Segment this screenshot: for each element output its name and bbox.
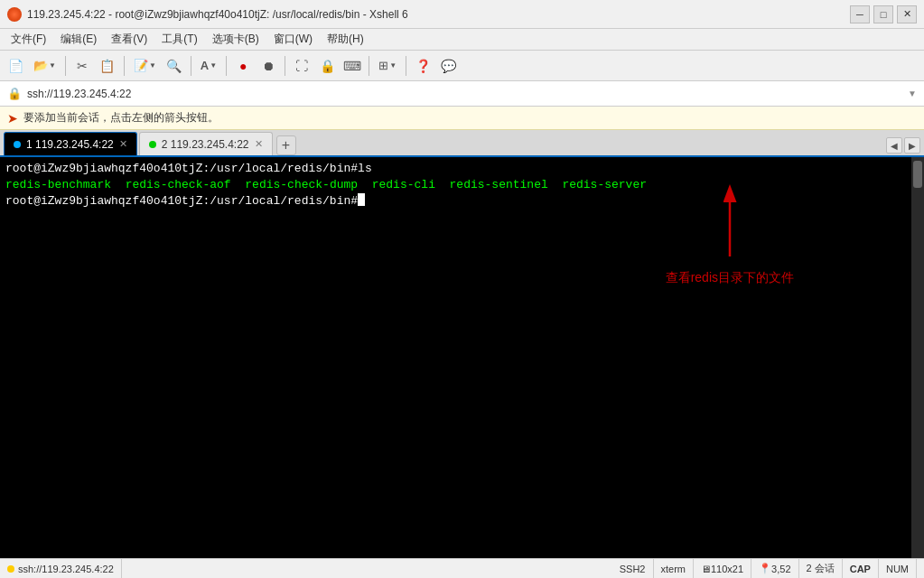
- toolbar-sep-1: [65, 56, 66, 76]
- info-bar: ➤ 要添加当前会话，点击左侧的箭头按钮。: [0, 107, 924, 130]
- menu-edit[interactable]: 编辑(E): [53, 30, 104, 49]
- status-position-icon: 📍: [759, 563, 771, 574]
- toolbar-keyboard[interactable]: ⌨: [341, 54, 364, 78]
- menu-bar: 文件(F) 编辑(E) 查看(V) 工具(T) 选项卡(B) 窗口(W) 帮助(…: [0, 29, 924, 51]
- status-protocol: SSH2: [612, 559, 654, 578]
- toolbar-grid-dropdown[interactable]: ⊞▼: [374, 54, 401, 78]
- toolbar-sep-7: [406, 56, 406, 76]
- term-out-sentinel: redis-sentinel: [450, 177, 548, 193]
- status-connection-text: ssh://119.23.245.4:22: [18, 564, 114, 574]
- term-out-sp2: [231, 177, 246, 193]
- address-text: ssh://119.23.245.4:22: [27, 88, 904, 100]
- status-position: 📍 3,52: [751, 559, 798, 578]
- status-connection: ssh://119.23.245.4:22: [7, 559, 122, 578]
- toolbar-font-dropdown[interactable]: A▼: [196, 54, 221, 78]
- status-dimensions: 🖥 110x21: [694, 559, 751, 578]
- toolbar-copy[interactable]: 📋: [96, 54, 119, 78]
- tab-1[interactable]: 1 119.23.245.4:22 ✕: [4, 132, 137, 155]
- tab-1-dot: [14, 141, 21, 148]
- toolbar-compose-dropdown[interactable]: 📝▼: [129, 54, 161, 78]
- toolbar-cut[interactable]: ✂: [70, 54, 94, 78]
- term-out-checkaof: redis-check-aof: [126, 177, 231, 193]
- term-cursor: [358, 193, 365, 206]
- status-num-text: NUM: [886, 564, 909, 574]
- status-dimensions-text: 🖥: [701, 564, 711, 574]
- toolbar-lock[interactable]: 🔒: [315, 54, 339, 78]
- annotation-text: 查看redis目录下的文件: [666, 269, 794, 287]
- terminal-scrollbar[interactable]: [911, 157, 924, 558]
- toolbar-help[interactable]: ❓: [411, 54, 434, 78]
- info-arrow-icon: ➤: [7, 111, 18, 126]
- toolbar-fullscreen[interactable]: ⛶: [290, 54, 313, 78]
- status-indicator: [7, 565, 14, 573]
- toolbar-rec[interactable]: ⏺: [257, 54, 280, 78]
- menu-tools[interactable]: 工具(T): [154, 30, 204, 49]
- toolbar-sep-2: [124, 56, 125, 76]
- tab-navigation: ◀ ▶: [886, 137, 920, 155]
- app-window: 119.23.245.4:22 - root@iZwz9bjiawhqzf40o…: [0, 0, 924, 578]
- term-out-server: redis-server: [562, 177, 647, 193]
- status-num: NUM: [879, 559, 917, 578]
- app-icon: [7, 7, 22, 22]
- terminal-wrapper: root@iZwz9bjiawhqzf40o410tjZ:/usr/local/…: [0, 157, 924, 558]
- address-lock-icon: 🔒: [7, 87, 22, 100]
- status-bar: ssh://119.23.245.4:22 SSH2 xterm 🖥 110x2…: [0, 558, 924, 578]
- terminal-line-2: redis-benchmark redis-check-aof redis-ch…: [5, 177, 906, 193]
- toolbar-sep-3: [191, 56, 191, 76]
- status-dimensions-value: 110x21: [711, 564, 743, 574]
- info-bar-text: 要添加当前会话，点击左侧的箭头按钮。: [23, 110, 219, 126]
- tab-2-label: 2 119.23.245.4:22: [162, 138, 249, 151]
- tab-2-dot: [149, 141, 156, 148]
- tab-2-close[interactable]: ✕: [255, 138, 263, 150]
- term-cmd-1: ls: [358, 161, 372, 177]
- tab-prev-button[interactable]: ◀: [886, 137, 902, 154]
- status-terminal-type: xterm: [654, 559, 695, 578]
- terminal[interactable]: root@iZwz9bjiawhqzf40o410tjZ:/usr/local/…: [0, 157, 911, 558]
- terminal-line-1: root@iZwz9bjiawhqzf40o410tjZ:/usr/local/…: [5, 161, 906, 177]
- menu-tabs[interactable]: 选项卡(B): [205, 30, 266, 49]
- toolbar: 📄 📂▼ ✂ 📋 📝▼ 🔍 A▼ ● ⏺ ⛶ 🔒 ⌨ ⊞▼ ❓ 💬: [0, 51, 924, 81]
- status-cap: CAP: [843, 559, 879, 578]
- maximize-button[interactable]: □: [873, 5, 893, 23]
- status-sessions: 2 会话: [799, 559, 843, 578]
- toolbar-sep-5: [285, 56, 285, 76]
- toolbar-new-session[interactable]: 📄: [4, 54, 27, 78]
- toolbar-sep-4: [226, 56, 227, 76]
- term-out-benchmark: redis-benchmark: [5, 177, 111, 193]
- title-bar: 119.23.245.4:22 - root@iZwz9bjiawhqzf40o…: [0, 0, 924, 29]
- address-dropdown-arrow[interactable]: ▼: [908, 89, 917, 98]
- tab-2[interactable]: 2 119.23.245.4:22 ✕: [139, 132, 273, 155]
- tab-next-button[interactable]: ▶: [904, 137, 920, 154]
- term-out-checkdump: redis-check-dump: [245, 177, 358, 193]
- close-button[interactable]: ✕: [897, 5, 917, 23]
- scroll-thumb[interactable]: [913, 161, 922, 188]
- toolbar-open-dropdown[interactable]: 📂▼: [29, 54, 61, 78]
- toolbar-chat[interactable]: 💬: [436, 54, 460, 78]
- status-terminal-text: xterm: [661, 564, 686, 574]
- term-prompt-1: root@iZwz9bjiawhqzf40o410tjZ:/usr/local/…: [5, 161, 358, 177]
- terminal-line-3: root@iZwz9bjiawhqzf40o410tjZ:/usr/local/…: [5, 193, 906, 210]
- toolbar-search[interactable]: 🔍: [163, 54, 186, 78]
- term-out-sp1: [111, 177, 126, 193]
- term-out-sp5: [548, 177, 563, 193]
- status-protocol-text: SSH2: [620, 564, 646, 574]
- minimize-button[interactable]: ─: [850, 5, 870, 23]
- status-sessions-text: 2 会话: [807, 562, 835, 575]
- tab-1-close[interactable]: ✕: [119, 138, 127, 150]
- toolbar-sep-6: [369, 56, 369, 76]
- term-out-cli: redis-cli: [372, 177, 435, 193]
- address-bar: 🔒 ssh://119.23.245.4:22 ▼: [0, 81, 924, 107]
- term-out-sp3: [358, 177, 372, 193]
- term-prompt-2: root@iZwz9bjiawhqzf40o410tjZ:/usr/local/…: [5, 193, 358, 210]
- toolbar-red-btn[interactable]: ●: [231, 54, 255, 78]
- menu-view[interactable]: 查看(V): [104, 30, 154, 49]
- tab-1-label: 1 119.23.245.4:22: [26, 138, 114, 151]
- menu-help[interactable]: 帮助(H): [320, 30, 371, 49]
- menu-window[interactable]: 窗口(W): [266, 30, 320, 49]
- title-bar-text: 119.23.245.4:22 - root@iZwz9bjiawhqzf40o…: [27, 8, 850, 21]
- menu-file[interactable]: 文件(F): [4, 30, 53, 49]
- status-cap-text: CAP: [850, 564, 871, 574]
- tab-add-button[interactable]: +: [276, 135, 296, 155]
- window-controls: ─ □ ✕: [850, 5, 917, 23]
- term-out-sp4: [435, 177, 450, 193]
